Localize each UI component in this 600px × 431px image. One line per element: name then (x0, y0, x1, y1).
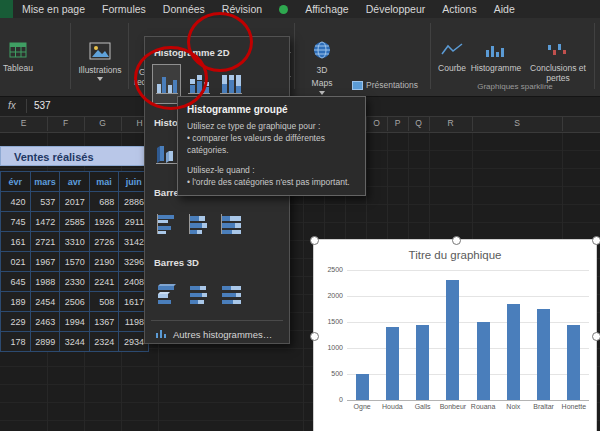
chart-bar[interactable] (537, 309, 550, 400)
formula-bar-value[interactable]: 537 (34, 100, 51, 111)
table-cell[interactable]: 2721 (30, 232, 60, 252)
table-col-header[interactable]: évr (1, 172, 31, 192)
chart-title[interactable]: Titre du graphique (314, 249, 596, 261)
illustrations-icon (89, 42, 111, 62)
chart-type-stacked-bar-icon[interactable] (184, 204, 213, 244)
table-cell[interactable]: 537 (30, 192, 60, 212)
table-row: 1612721331027263142 (1, 232, 149, 252)
chart-resize-handle[interactable] (310, 332, 319, 341)
table-col-header[interactable]: mars (30, 172, 60, 192)
chart-resize-handle[interactable] (310, 236, 319, 245)
column-header-S[interactable]: S (472, 116, 563, 131)
column-header-E[interactable]: E (0, 116, 48, 131)
chart-resize-handle[interactable] (592, 332, 600, 341)
column-header-O[interactable]: O (366, 116, 388, 131)
table-cell[interactable]: 2241 (89, 272, 119, 292)
table-col-header[interactable]: mai (89, 172, 119, 192)
table-cell[interactable]: 2585 (60, 212, 90, 232)
chart-bar[interactable] (477, 322, 490, 400)
table-cell[interactable]: 229 (1, 312, 31, 332)
table-cell[interactable]: 2899 (30, 332, 60, 352)
menu-tab-affichage[interactable]: Affichage (305, 3, 349, 15)
chart-category-label: Ogne (347, 403, 377, 410)
table-cell[interactable]: 2324 (89, 332, 119, 352)
embedded-chart[interactable]: Titre du graphique 05001000150020002500O… (313, 239, 597, 431)
table-cell[interactable]: 2454 (30, 292, 60, 312)
sparkline-column-button[interactable]: Histogramme (470, 42, 522, 73)
column-header-F[interactable]: F (47, 116, 85, 131)
sparkline-winloss-button[interactable]: Conclusions et pertes (526, 42, 590, 84)
table-cell[interactable]: 1994 (60, 312, 90, 332)
3d-maps-label-line2: Maps (312, 78, 333, 88)
menu-tab-formules[interactable]: Formules (102, 3, 146, 15)
table-cell[interactable]: 021 (1, 252, 31, 272)
table-cell[interactable]: 2463 (30, 312, 60, 332)
more-histograms-item[interactable]: Autres histogrammes… (145, 323, 289, 344)
sparkline-line-button[interactable]: Courbe (435, 42, 469, 73)
column-header-Q[interactable]: Q (408, 116, 430, 131)
chart-bar[interactable] (356, 374, 369, 400)
chart-resize-handle[interactable] (452, 236, 461, 245)
menu-tab-mise-en-page[interactable]: Mise en page (22, 3, 85, 15)
table-cell[interactable]: 1367 (89, 312, 119, 332)
table-cell[interactable]: 2726 (89, 232, 119, 252)
column-header-P[interactable]: P (387, 116, 409, 131)
table-cell[interactable]: 1988 (30, 272, 60, 292)
bar-2d-row (145, 201, 289, 247)
chart-type-stacked100-bar-icon[interactable] (216, 204, 245, 244)
table-cell[interactable]: 1570 (60, 252, 90, 272)
table-cell[interactable]: 161 (1, 232, 31, 252)
menu-tab-actions[interactable]: Actions (442, 3, 476, 15)
chart-ytick-label: 500 (316, 370, 343, 377)
table-cell[interactable]: 1472 (30, 212, 60, 232)
chart-bar[interactable] (507, 304, 520, 400)
sparkline-winloss-icon (547, 42, 569, 60)
menu-tab-developpeur[interactable]: Développeur (366, 3, 426, 15)
chevron-down-icon (97, 77, 103, 81)
fx-icon: fx (8, 100, 16, 111)
table-cell[interactable]: 178 (1, 332, 31, 352)
chart-bar[interactable] (567, 325, 580, 400)
table-cell[interactable]: 420 (1, 192, 31, 212)
3d-maps-button[interactable]: 3D Maps (300, 40, 344, 95)
chart-category-label: Braltar (529, 403, 559, 410)
chart-type-clustered-bar-icon[interactable] (152, 204, 181, 244)
table-row: 7451472258519262911 (1, 212, 149, 232)
table-cell[interactable]: 745 (1, 212, 31, 232)
table-title-banner: Ventes réalisés (0, 146, 149, 166)
chart-bar[interactable] (386, 327, 399, 400)
table-cell[interactable]: 2190 (89, 252, 119, 272)
menu-bar: Mise en page Formules Données Révision A… (0, 0, 600, 18)
table-cell[interactable]: 2506 (60, 292, 90, 312)
table-cell[interactable]: 3310 (60, 232, 90, 252)
tooltip-line: • comparer les valeurs de différentes ca… (187, 133, 356, 157)
column-header-G[interactable]: G (84, 116, 122, 131)
table-col-header[interactable]: avr (60, 172, 90, 192)
table-cell[interactable]: 2017 (60, 192, 90, 212)
chart-type-3d-stacked-bar-icon[interactable] (184, 274, 213, 314)
table-cell[interactable]: 1967 (30, 252, 60, 272)
illustrations-button[interactable]: Illustrations (74, 42, 126, 81)
chart-ytick-label: 2000 (316, 292, 343, 299)
chart-type-3d-clustered-bar-icon[interactable] (152, 274, 181, 314)
table-cell[interactable]: 2330 (60, 272, 90, 292)
chart-bar[interactable] (446, 280, 459, 400)
chart-bar[interactable] (416, 325, 429, 400)
table-button[interactable]: Tableau (0, 42, 44, 73)
chart-resize-handle[interactable] (592, 236, 600, 245)
table-cell[interactable]: 1926 (89, 212, 119, 232)
table-row: 6451988233022412408 (1, 272, 149, 292)
sales-data-grid: évrmarsavrmaijuin 4205372017688288674514… (0, 171, 149, 352)
table-cell[interactable]: 508 (89, 292, 119, 312)
table-cell[interactable]: 645 (1, 272, 31, 292)
table-cell[interactable]: 688 (89, 192, 119, 212)
menu-tab-donnees[interactable]: Données (163, 3, 205, 15)
table-cell[interactable]: 189 (1, 292, 31, 312)
chart-category-label: Bonbeur (438, 403, 468, 410)
sparkline-line-icon (441, 42, 463, 60)
chart-type-3d-stacked100-bar-icon[interactable] (216, 274, 245, 314)
chart-gridline (347, 296, 589, 297)
column-header-R[interactable]: R (429, 116, 473, 131)
table-cell[interactable]: 3244 (60, 332, 90, 352)
menu-tab-aide[interactable]: Aide (494, 3, 515, 15)
